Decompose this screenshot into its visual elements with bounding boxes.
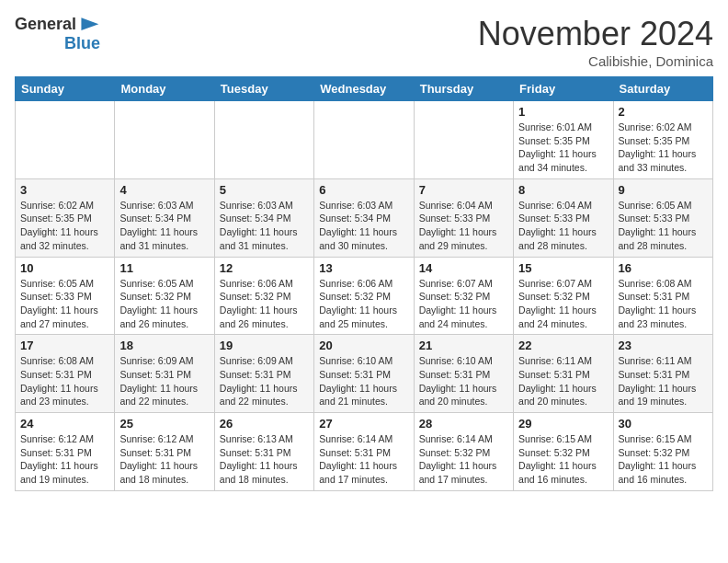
location-subtitle: Calibishie, Dominica <box>478 53 713 69</box>
calendar-table: SundayMondayTuesdayWednesdayThursdayFrid… <box>15 76 713 491</box>
day-number: 1 <box>518 105 608 119</box>
logo: General Blue <box>15 15 100 53</box>
day-info: Sunrise: 6:09 AMSunset: 5:31 PMDaylight:… <box>119 354 209 408</box>
day-info: Sunrise: 6:02 AMSunset: 5:35 PMDaylight:… <box>619 121 708 175</box>
day-number: 3 <box>20 183 109 197</box>
calendar-day-cell: 4Sunrise: 6:03 AMSunset: 5:34 PMDaylight… <box>115 178 214 257</box>
logo-general-text: General <box>15 15 76 34</box>
day-info: Sunrise: 6:05 AMSunset: 5:32 PMDaylight:… <box>119 277 209 331</box>
weekday-header-thursday: Thursday <box>414 77 513 101</box>
calendar-day-cell: 6Sunrise: 6:03 AMSunset: 5:34 PMDaylight… <box>314 178 414 257</box>
day-number: 4 <box>119 183 209 197</box>
day-info: Sunrise: 6:15 AMSunset: 5:32 PMDaylight:… <box>619 432 708 487</box>
day-number: 23 <box>619 339 708 352</box>
day-info: Sunrise: 6:07 AMSunset: 5:32 PMDaylight:… <box>419 277 508 331</box>
empty-day-cell <box>214 101 313 179</box>
logo-blue-text: Blue <box>64 34 100 53</box>
calendar-day-cell: 21Sunrise: 6:10 AMSunset: 5:31 PMDayligh… <box>414 335 513 413</box>
calendar-week-row: 24Sunrise: 6:12 AMSunset: 5:31 PMDayligh… <box>16 413 713 491</box>
calendar-day-cell: 27Sunrise: 6:14 AMSunset: 5:31 PMDayligh… <box>314 413 414 491</box>
calendar-day-cell: 19Sunrise: 6:09 AMSunset: 5:31 PMDayligh… <box>214 335 313 413</box>
calendar-day-cell: 18Sunrise: 6:09 AMSunset: 5:31 PMDayligh… <box>115 335 214 413</box>
day-info: Sunrise: 6:14 AMSunset: 5:32 PMDaylight:… <box>419 432 508 487</box>
calendar-day-cell: 1Sunrise: 6:01 AMSunset: 5:35 PMDaylight… <box>514 101 613 179</box>
day-info: Sunrise: 6:07 AMSunset: 5:32 PMDaylight:… <box>518 277 608 331</box>
calendar-week-row: 17Sunrise: 6:08 AMSunset: 5:31 PMDayligh… <box>16 335 713 413</box>
day-number: 28 <box>419 417 508 431</box>
calendar-day-cell: 24Sunrise: 6:12 AMSunset: 5:31 PMDayligh… <box>16 413 115 491</box>
calendar-day-cell: 13Sunrise: 6:06 AMSunset: 5:32 PMDayligh… <box>314 257 414 335</box>
calendar-day-cell: 10Sunrise: 6:05 AMSunset: 5:33 PMDayligh… <box>16 257 115 335</box>
day-number: 12 <box>220 261 309 275</box>
day-number: 11 <box>119 261 209 275</box>
logo-flag-icon <box>78 16 100 34</box>
day-info: Sunrise: 6:11 AMSunset: 5:31 PMDaylight:… <box>518 354 608 408</box>
calendar-day-cell: 9Sunrise: 6:05 AMSunset: 5:33 PMDaylight… <box>613 178 712 257</box>
day-info: Sunrise: 6:09 AMSunset: 5:31 PMDaylight:… <box>220 354 309 408</box>
calendar-day-cell: 8Sunrise: 6:04 AMSunset: 5:33 PMDaylight… <box>514 178 613 257</box>
day-info: Sunrise: 6:03 AMSunset: 5:34 PMDaylight:… <box>319 199 408 253</box>
calendar-day-cell: 17Sunrise: 6:08 AMSunset: 5:31 PMDayligh… <box>16 335 115 413</box>
day-number: 20 <box>319 339 408 352</box>
calendar-day-cell: 16Sunrise: 6:08 AMSunset: 5:31 PMDayligh… <box>613 257 712 335</box>
day-info: Sunrise: 6:10 AMSunset: 5:31 PMDaylight:… <box>419 354 508 408</box>
calendar-day-cell: 25Sunrise: 6:12 AMSunset: 5:31 PMDayligh… <box>115 413 214 491</box>
day-number: 14 <box>419 261 508 275</box>
calendar-day-cell: 11Sunrise: 6:05 AMSunset: 5:32 PMDayligh… <box>115 257 214 335</box>
day-info: Sunrise: 6:13 AMSunset: 5:31 PMDaylight:… <box>220 432 309 487</box>
calendar-day-cell: 26Sunrise: 6:13 AMSunset: 5:31 PMDayligh… <box>214 413 313 491</box>
empty-day-cell <box>414 101 513 179</box>
day-number: 6 <box>319 183 408 197</box>
calendar-day-cell: 3Sunrise: 6:02 AMSunset: 5:35 PMDaylight… <box>16 178 115 257</box>
calendar-day-cell: 5Sunrise: 6:03 AMSunset: 5:34 PMDaylight… <box>214 178 313 257</box>
calendar-day-cell: 28Sunrise: 6:14 AMSunset: 5:32 PMDayligh… <box>414 413 513 491</box>
day-number: 26 <box>220 417 309 431</box>
weekday-header-sunday: Sunday <box>16 77 115 101</box>
calendar-day-cell: 23Sunrise: 6:11 AMSunset: 5:31 PMDayligh… <box>613 335 712 413</box>
calendar-day-cell: 22Sunrise: 6:11 AMSunset: 5:31 PMDayligh… <box>514 335 613 413</box>
day-info: Sunrise: 6:01 AMSunset: 5:35 PMDaylight:… <box>518 121 608 175</box>
svg-marker-0 <box>81 17 98 30</box>
day-number: 5 <box>220 183 309 197</box>
day-number: 8 <box>518 183 608 197</box>
day-info: Sunrise: 6:14 AMSunset: 5:31 PMDaylight:… <box>319 432 408 487</box>
empty-day-cell <box>16 101 115 179</box>
day-number: 10 <box>20 261 109 275</box>
day-info: Sunrise: 6:03 AMSunset: 5:34 PMDaylight:… <box>119 199 209 253</box>
day-number: 9 <box>619 183 708 197</box>
day-number: 24 <box>20 417 109 431</box>
day-number: 2 <box>619 105 708 119</box>
weekday-header-friday: Friday <box>514 77 613 101</box>
calendar-week-row: 3Sunrise: 6:02 AMSunset: 5:35 PMDaylight… <box>16 178 713 257</box>
weekday-header-monday: Monday <box>115 77 214 101</box>
day-number: 7 <box>419 183 508 197</box>
day-info: Sunrise: 6:15 AMSunset: 5:32 PMDaylight:… <box>518 432 608 487</box>
page-header: General Blue November 2024 Calibishie, D… <box>15 15 713 69</box>
calendar-day-cell: 30Sunrise: 6:15 AMSunset: 5:32 PMDayligh… <box>613 413 712 491</box>
day-number: 18 <box>119 339 209 352</box>
empty-day-cell <box>115 101 214 179</box>
day-number: 22 <box>518 339 608 352</box>
day-info: Sunrise: 6:04 AMSunset: 5:33 PMDaylight:… <box>419 199 508 253</box>
calendar-week-row: 1Sunrise: 6:01 AMSunset: 5:35 PMDaylight… <box>16 101 713 179</box>
day-info: Sunrise: 6:12 AMSunset: 5:31 PMDaylight:… <box>20 432 109 487</box>
calendar-day-cell: 7Sunrise: 6:04 AMSunset: 5:33 PMDaylight… <box>414 178 513 257</box>
empty-day-cell <box>314 101 414 179</box>
weekday-header-row: SundayMondayTuesdayWednesdayThursdayFrid… <box>16 77 713 101</box>
day-info: Sunrise: 6:06 AMSunset: 5:32 PMDaylight:… <box>319 277 408 331</box>
day-number: 30 <box>619 417 708 431</box>
calendar-day-cell: 20Sunrise: 6:10 AMSunset: 5:31 PMDayligh… <box>314 335 414 413</box>
calendar-day-cell: 15Sunrise: 6:07 AMSunset: 5:32 PMDayligh… <box>514 257 613 335</box>
weekday-header-saturday: Saturday <box>613 77 712 101</box>
day-number: 29 <box>518 417 608 431</box>
calendar-day-cell: 29Sunrise: 6:15 AMSunset: 5:32 PMDayligh… <box>514 413 613 491</box>
day-info: Sunrise: 6:02 AMSunset: 5:35 PMDaylight:… <box>20 199 109 253</box>
day-info: Sunrise: 6:05 AMSunset: 5:33 PMDaylight:… <box>619 199 708 253</box>
day-info: Sunrise: 6:05 AMSunset: 5:33 PMDaylight:… <box>20 277 109 331</box>
day-number: 25 <box>119 417 209 431</box>
day-number: 21 <box>419 339 508 352</box>
month-title: November 2024 <box>478 15 713 53</box>
day-info: Sunrise: 6:11 AMSunset: 5:31 PMDaylight:… <box>619 354 708 408</box>
weekday-header-wednesday: Wednesday <box>314 77 414 101</box>
day-info: Sunrise: 6:10 AMSunset: 5:31 PMDaylight:… <box>319 354 408 408</box>
